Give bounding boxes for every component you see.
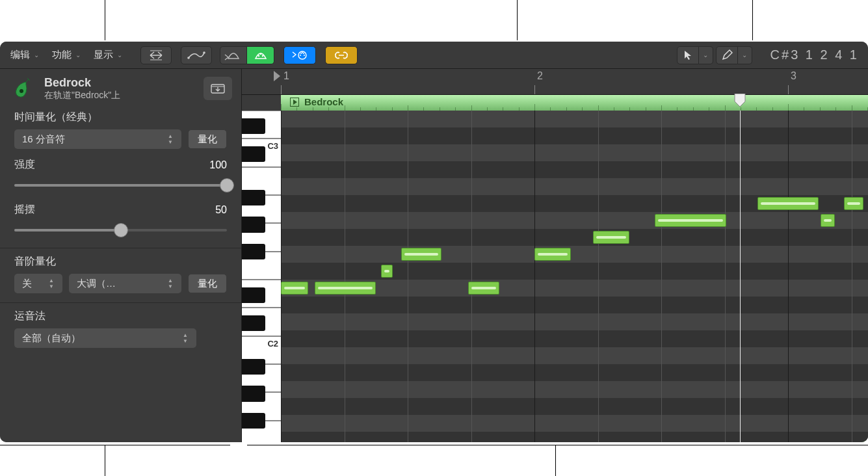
strength-label: 强度: [14, 158, 35, 172]
playhead-start-icon: [273, 70, 281, 82]
automation-button[interactable]: [181, 46, 212, 64]
scale-mode-select[interactable]: 大调（… ▲▼: [69, 274, 181, 293]
swing-label: 摇摆: [14, 203, 35, 217]
pencil-tool-menu[interactable]: ⌄: [738, 46, 752, 64]
folder-down-icon: [211, 83, 225, 94]
svg-point-6: [261, 55, 263, 57]
scale-quantize-label: 音阶量化: [14, 255, 56, 269]
region-subtitle: 在轨道"Bedrock"上: [44, 90, 120, 101]
automation-icon: [187, 50, 205, 60]
ruler[interactable]: 123: [281, 69, 868, 94]
quantize-value: 16 分音符: [22, 133, 65, 146]
pointer-icon: [683, 50, 692, 60]
toolbar: 编辑 ⌄ 功能 ⌄ 显示 ⌄: [0, 42, 868, 69]
midi-note[interactable]: [844, 197, 863, 210]
chevron-down-icon: ⌄: [75, 51, 81, 59]
scale-mode-value: 大调（…: [77, 278, 116, 290]
midi-note[interactable]: [821, 214, 835, 227]
menu-functions[interactable]: 功能 ⌄: [46, 46, 87, 64]
piano-roll: 123 Bedrock C3C2: [242, 69, 868, 442]
midi-note[interactable]: [655, 214, 726, 227]
menu-view[interactable]: 显示 ⌄: [87, 46, 129, 64]
svg-point-10: [300, 53, 302, 54]
chevron-down-icon: ⌄: [117, 51, 122, 59]
svg-point-11: [303, 53, 304, 54]
quantize-select[interactable]: 16 分音符 ▲▼: [14, 129, 181, 149]
chevron-down-icon: ⌄: [34, 51, 39, 59]
articulation-label: 运音法: [14, 310, 46, 323]
swing-value: 50: [215, 204, 227, 216]
midi-out-icon: [291, 49, 308, 61]
region-header[interactable]: Bedrock: [281, 95, 868, 111]
pencil-icon: [722, 50, 732, 60]
svg-point-13: [20, 89, 23, 93]
articulation-value: 全部（自动）: [22, 332, 81, 345]
midi-note[interactable]: [468, 282, 499, 295]
svg-point-2: [187, 57, 190, 59]
scale-onoff-value: 关: [22, 278, 32, 290]
region-title: Bedrock: [44, 76, 120, 90]
midi-note[interactable]: [315, 282, 376, 295]
midi-out-button[interactable]: [283, 46, 316, 64]
midi-palette-icon: [226, 49, 241, 61]
stepper-icon: ▲▼: [164, 278, 176, 289]
palette-icon: [254, 49, 267, 61]
collapse-button[interactable]: [140, 46, 172, 64]
midi-note[interactable]: [401, 248, 441, 261]
quantize-button[interactable]: 量化: [188, 129, 227, 149]
scale-quantize-button[interactable]: 量化: [188, 274, 227, 293]
link-button[interactable]: [325, 46, 358, 64]
svg-point-5: [259, 53, 261, 55]
menu-functions-label: 功能: [52, 49, 72, 61]
alt-tool-buttons: ⌄: [716, 46, 752, 64]
guitar-icon: [9, 75, 35, 101]
position-display: C#3 1 2 4 1: [770, 47, 864, 62]
midi-note[interactable]: [593, 231, 629, 244]
swing-slider[interactable]: [14, 222, 227, 239]
scale-onoff-select[interactable]: 关 ▲▼: [14, 274, 62, 293]
piano-key-label: C3: [267, 141, 278, 151]
piano-roll-editor: 编辑 ⌄ 功能 ⌄ 显示 ⌄: [0, 42, 868, 442]
scale-quantize-button-label: 量化: [198, 278, 217, 290]
menu-edit[interactable]: 编辑 ⌄: [4, 46, 46, 64]
piano-key-label: C2: [267, 339, 278, 349]
loop-handle[interactable]: [733, 94, 747, 108]
tool-buttons: ⌄: [677, 46, 713, 64]
midi-color-button[interactable]: [247, 46, 274, 64]
midi-note[interactable]: [534, 248, 571, 261]
midi-in-button[interactable]: [220, 46, 247, 64]
stepper-icon: ▲▼: [179, 333, 191, 343]
svg-point-8: [300, 55, 301, 56]
svg-point-3: [203, 51, 205, 54]
playhead[interactable]: [740, 111, 741, 442]
collapse-icon: [149, 51, 163, 60]
quantize-button-label: 量化: [198, 133, 217, 146]
piano-keyboard[interactable]: C3C2: [242, 111, 281, 442]
svg-point-12: [302, 52, 303, 53]
svg-point-4: [257, 55, 259, 57]
midi-note[interactable]: [381, 265, 393, 278]
link-icon: [334, 51, 349, 60]
pointer-tool-menu[interactable]: ⌄: [699, 46, 713, 64]
stepper-icon: ▲▼: [46, 278, 57, 289]
inspector-panel: Bedrock 在轨道"Bedrock"上 时间量化（经典） 16 分音符: [0, 69, 242, 442]
chevron-down-icon: ⌄: [742, 51, 747, 59]
strength-value: 100: [209, 159, 227, 171]
menu-view-label: 显示: [94, 49, 113, 61]
chevron-down-icon: ⌄: [703, 51, 708, 59]
midi-note[interactable]: [281, 282, 308, 295]
pencil-tool[interactable]: [716, 46, 738, 64]
pointer-tool[interactable]: [677, 46, 699, 64]
note-grid[interactable]: [281, 111, 868, 442]
articulation-select[interactable]: 全部（自动） ▲▼: [14, 328, 196, 348]
time-quantize-label: 时间量化（经典）: [14, 111, 98, 124]
strength-slider[interactable]: [14, 177, 227, 194]
folder-button[interactable]: [204, 77, 232, 100]
stepper-icon: ▲▼: [164, 134, 176, 144]
svg-point-9: [304, 55, 305, 56]
menu-edit-label: 编辑: [10, 49, 30, 61]
midi-note[interactable]: [757, 197, 819, 210]
